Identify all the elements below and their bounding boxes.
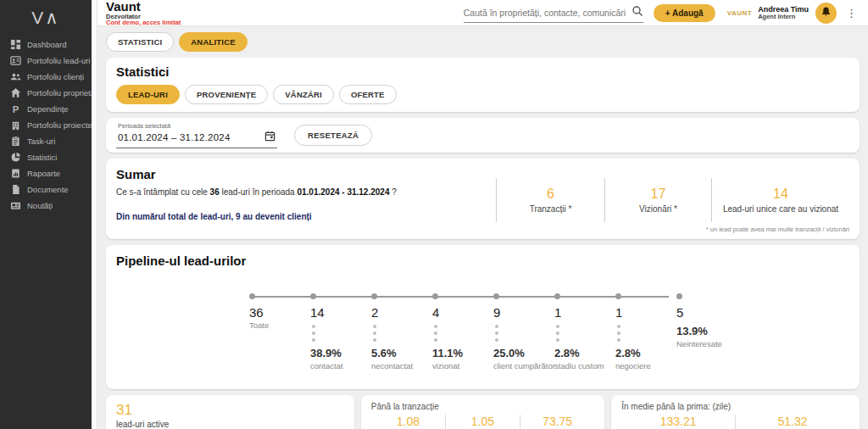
sidebar-item-news[interactable]: Noutăți xyxy=(0,198,92,214)
bell-icon xyxy=(821,6,832,20)
active-leads-value: 31 xyxy=(116,402,344,419)
period-range-field[interactable]: Perioada selectată 01.01.2024 – 31.12.20… xyxy=(116,121,277,148)
user-menu[interactable]: Andreea Timu Agent Intern xyxy=(758,5,809,21)
subtab-lead-uri[interactable]: LEAD-URI xyxy=(116,85,180,104)
document-icon xyxy=(10,184,21,195)
stage-dot xyxy=(310,293,316,299)
sidebar-item-label: Noutăți xyxy=(27,201,53,210)
building-icon xyxy=(10,120,21,131)
kpi-viewings: 1.08 vizionări xyxy=(371,415,445,429)
pipeline-stage-contactat: 14 38.9% contactat xyxy=(310,293,371,370)
calendar-icon[interactable] xyxy=(264,130,275,145)
until-transaction-card: Până la tranzacție 1.08 vizionări 1.05 t… xyxy=(361,395,604,429)
newspaper-icon xyxy=(10,200,21,211)
pipeline-stage-stadiu-custom: 1 2.8% stadiu custom xyxy=(554,293,615,370)
sidebar-item-dependencies[interactable]: P Dependințe xyxy=(0,101,92,117)
pipeline-stage-necontactat: 2 5.6% necontactat xyxy=(371,293,432,370)
pipeline-funnel: 36 Toate 14 38.9% contactat 2 xyxy=(249,293,749,370)
subtab-vanzari[interactable]: VÂNZĂRI xyxy=(273,85,334,104)
stage-dot xyxy=(432,293,438,299)
subtab-oferte[interactable]: OFERTE xyxy=(339,85,397,104)
letter-p-icon: P xyxy=(10,103,21,114)
stat-value: 17 xyxy=(651,187,666,202)
sidebar-item-lead-portfolio[interactable]: Portofoliu lead-uri xyxy=(0,53,92,69)
report-icon xyxy=(10,168,21,179)
pipeline-stage-client-cumparator: 9 25.0% client cumpărător xyxy=(493,293,554,370)
lead-badge-icon xyxy=(10,55,21,66)
period-range-value: 01.01.2024 – 31.12.2024 xyxy=(118,132,231,142)
period-field-label: Perioada selectată xyxy=(118,122,275,130)
top-header: Vaunt Dezvoltator Cont demo, acces limit… xyxy=(97,0,868,26)
search-icon[interactable] xyxy=(632,5,643,20)
stat-value: 14 xyxy=(773,187,788,202)
house-icon xyxy=(10,87,21,98)
summary-title: Sumar xyxy=(116,167,496,181)
reset-button[interactable]: RESETEAZĂ xyxy=(294,125,372,146)
page-title: Vaunt xyxy=(106,0,181,14)
summary-text-block: Sumar Ce s-a întâmplat cu cele 36 lead-u… xyxy=(116,167,496,232)
subtab-proveniente[interactable]: PROVENIENȚE xyxy=(185,85,268,104)
active-leads-label: lead-uri active xyxy=(116,420,344,429)
average-until-first-card: În medie până la prima: (zile) 133.21 vi… xyxy=(611,395,860,429)
sidebar-item-project-portfolio[interactable]: Portofoliu proiecte xyxy=(0,117,92,133)
sidebar-item-documents[interactable]: Documente xyxy=(0,181,92,198)
summary-stats: 6 Tranzacții * 17 Vizionări * 14 Lead-ur… xyxy=(496,167,849,232)
sidebar-item-dashboard[interactable]: Dashboard xyxy=(0,36,92,53)
clients-people-icon xyxy=(10,71,21,82)
pipeline-stage-negociere: 1 2.8% negociere xyxy=(615,293,676,370)
sidebar-item-label: Portofoliu proprietăți xyxy=(27,88,99,98)
stage-connector-dots xyxy=(493,320,554,347)
pipeline-title: Pipeline-ul lead-urilor xyxy=(116,254,849,268)
tab-analitice[interactable]: ANALITICE xyxy=(179,32,247,52)
stat-unique-leads: 14 Lead-uri unice care au vizionat xyxy=(711,178,849,222)
vaunt-logo: V∧ xyxy=(0,0,92,36)
summary-highlight: Din numărul total de lead-uri, 9 au deve… xyxy=(116,212,496,221)
stage-connector-dots xyxy=(310,320,371,347)
search-input[interactable] xyxy=(464,8,632,18)
sidebar-item-client-portfolio[interactable]: Portofoliu clienți xyxy=(0,69,92,85)
stage-dot xyxy=(249,293,255,299)
clipboard-icon xyxy=(10,136,21,147)
kpi-phones: 1.05 telefoane xyxy=(445,415,520,429)
view-tabs: STATISTICI ANALITICE xyxy=(106,32,860,52)
stage-connector-dots xyxy=(432,320,493,347)
stage-dot xyxy=(615,293,621,299)
add-button[interactable]: + Adaugă xyxy=(654,4,715,22)
sidebar-item-label: Statistici xyxy=(27,153,57,162)
tab-statistici[interactable]: STATISTICI xyxy=(106,32,174,52)
active-leads-card: 31 lead-uri active xyxy=(106,395,354,429)
statistics-title: Statistici xyxy=(116,64,849,79)
stage-dot xyxy=(371,293,377,299)
kebab-menu-icon[interactable]: ⋮ xyxy=(843,7,860,20)
account-title-block: Vaunt Dezvoltator Cont demo, acces limit… xyxy=(106,0,181,26)
stat-label: Tranzacții * xyxy=(530,204,572,214)
sidebar-item-label: Dependințe xyxy=(27,104,69,114)
pipeline-stage-neinteresate: 5 13.9% Neinteresate xyxy=(676,293,737,370)
stat-viewings: 17 Vizionări * xyxy=(604,178,711,222)
notifications-button[interactable] xyxy=(815,3,837,24)
stage-connector-dots xyxy=(554,320,615,347)
sidebar-item-property-portfolio[interactable]: Portofoliu proprietăți xyxy=(0,85,92,101)
pipeline-stage-vizionat: 4 11.1% vizionat xyxy=(432,293,493,370)
statistics-card: Statistici LEAD-URI PROVENIENȚE VÂNZĂRI … xyxy=(106,58,860,112)
stat-value: 6 xyxy=(547,187,554,202)
app-window: V∧ Dashboard Portofoliu lead-uri Portofo… xyxy=(0,0,868,429)
sidebar-item-label: Portofoliu proiecte xyxy=(27,120,92,130)
stat-label: Lead-uri unice care au vizionat xyxy=(723,204,838,214)
svg-text:P: P xyxy=(13,104,19,114)
stat-transactions: 6 Tranzacții * xyxy=(496,178,604,222)
dashboard-icon xyxy=(10,39,21,50)
main-area: Vaunt Dezvoltator Cont demo, acces limit… xyxy=(97,0,868,429)
sidebar-item-label: Dashboard xyxy=(27,40,66,49)
sidebar-item-label: Documente xyxy=(27,185,69,194)
sidebar-item-label: Task-uri xyxy=(27,136,55,146)
content-scrollbar-track[interactable] xyxy=(92,0,97,429)
statistics-subtabs: LEAD-URI PROVENIENȚE VÂNZĂRI OFERTE xyxy=(116,85,849,104)
stage-connector-dots xyxy=(371,320,432,347)
sidebar-item-statistics[interactable]: Statistici xyxy=(0,149,92,165)
sidebar-item-tasks[interactable]: Task-uri xyxy=(0,133,92,149)
sidebar-item-label: Portofoliu clienți xyxy=(27,72,84,81)
content: STATISTICI ANALITICE Statistici LEAD-URI… xyxy=(97,26,868,429)
sidebar-item-reports[interactable]: Rapoarte xyxy=(0,165,92,181)
card-title: Până la tranzacție xyxy=(371,402,594,411)
